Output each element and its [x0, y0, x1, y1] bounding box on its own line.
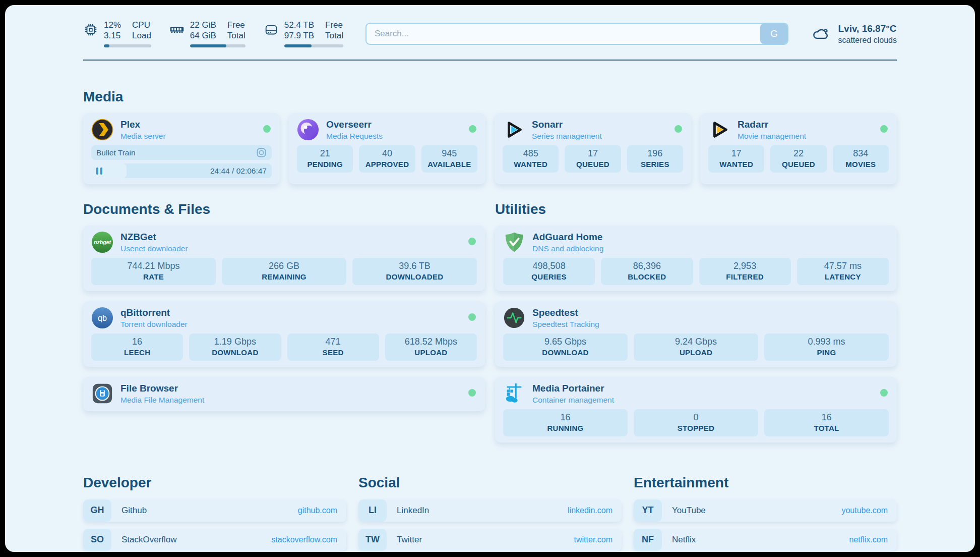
link-github[interactable]: GH Github github.com — [83, 499, 346, 522]
svg-text:qb: qb — [98, 313, 107, 322]
card-title: AdGuard Home — [532, 232, 603, 243]
header-divider — [83, 60, 897, 61]
status-online-dot — [468, 238, 476, 245]
now-playing-progress-row: 24:44 / 02:06:47 — [91, 163, 272, 178]
status-online-dot — [468, 313, 476, 321]
card-nzbget[interactable]: nzbget NZBGet Usenet downloader 744.21 M… — [83, 226, 485, 291]
card-subtitle: Media File Management — [120, 396, 204, 405]
media-grid: Plex Media server Bullet Train — [83, 113, 897, 184]
stat-download: 1.19 Gbps DOWNLOAD — [189, 333, 281, 361]
search-input[interactable] — [365, 23, 789, 45]
card-subtitle: Torrent downloader — [120, 320, 188, 329]
section-title-entertainment: Entertainment — [634, 475, 897, 491]
card-media-portainer[interactable]: Media Portainer Container management 16 … — [495, 377, 897, 442]
stat-movies: 834 MOVIES — [833, 145, 889, 173]
card-speedtest[interactable]: Speedtest Speedtest Tracking 9.65 Gbps D… — [495, 301, 897, 367]
card-stats: 9.65 Gbps DOWNLOAD 9.24 Gbps UPLOAD 0.99… — [503, 333, 889, 361]
link-name: Github — [121, 506, 147, 516]
card-radarr[interactable]: Radarr Movie management 17 WANTED 22 QUE… — [700, 113, 897, 184]
card-subtitle: Media Requests — [326, 132, 383, 141]
stat-filtered: 2,953 FILTERED — [699, 258, 791, 285]
card-title: Sonarr — [532, 119, 602, 130]
stat-remaining: 266 GB REMAINING — [222, 258, 346, 285]
stat-available: 945 AVAILABLE — [421, 145, 477, 173]
now-playing-title: Bullet Train — [96, 148, 136, 157]
card-filebrowser[interactable]: File Browser Media File Management — [83, 377, 485, 411]
qbittorrent-icon: qb — [91, 307, 113, 329]
card-title: qBittorrent — [120, 307, 188, 318]
radarr-icon — [708, 119, 730, 141]
ram-icon — [169, 20, 185, 37]
filebrowser-icon — [91, 382, 113, 405]
section-entertainment: Entertainment YT YouTube youtube.com NF … — [634, 475, 897, 552]
section-title-documents: Documents & Files — [83, 201, 485, 217]
status-online-dot — [675, 125, 682, 133]
stat-wanted: 485 WANTED — [503, 145, 559, 173]
section-social: Social LI LinkedIn linkedin.com TW Twitt… — [358, 475, 622, 552]
disk-free-label: Free — [325, 20, 343, 30]
section-media: Media Plex Media server — [83, 89, 897, 184]
card-plex[interactable]: Plex Media server Bullet Train — [83, 113, 280, 184]
nzbget-icon: nzbget — [91, 231, 113, 253]
stat-download: 9.65 Gbps DOWNLOAD — [503, 333, 628, 361]
card-stats: 16 RUNNING 0 STOPPED 16 TOTAL — [503, 409, 889, 436]
card-qbittorrent[interactable]: qb qBittorrent Torrent downloader 16 LEE… — [83, 301, 485, 367]
link-name: YouTube — [672, 506, 706, 516]
sonarr-icon — [503, 119, 525, 141]
stat-wanted: 17 WANTED — [708, 145, 764, 173]
disk-total-value: 97.9 TB — [284, 31, 314, 41]
main-content: Media Plex Media server — [5, 89, 975, 552]
stat-latency: 47.57 ms LATENCY — [797, 258, 889, 285]
now-playing-title-row: Bullet Train — [91, 145, 272, 160]
link-url: youtube.com — [841, 506, 888, 515]
ram-progress-bar — [190, 44, 246, 47]
section-title-social: Social — [358, 475, 622, 491]
link-twitter[interactable]: TW Twitter twitter.com — [358, 529, 622, 551]
link-name: LinkedIn — [397, 506, 429, 516]
overseerr-icon — [297, 119, 319, 141]
card-stats: 485 WANTED 17 QUEUED 196 SERIES — [503, 145, 683, 173]
link-url: stackoverflow.com — [271, 535, 337, 544]
status-online-dot — [880, 125, 888, 133]
stat-seed: 471 SEED — [287, 333, 379, 361]
card-adguard-home[interactable]: AdGuard Home DNS and adblocking 498,508 … — [495, 226, 897, 291]
ram-progress-fill — [190, 44, 227, 47]
link-netflix[interactable]: NF Netflix netflix.com — [634, 529, 897, 551]
link-stackoverflow[interactable]: SO StackOverflow stackoverflow.com — [83, 529, 346, 551]
card-subtitle: Usenet downloader — [120, 244, 188, 253]
ram-total-label: Total — [227, 31, 246, 41]
card-subtitle: Speedtest Tracking — [532, 320, 599, 329]
link-name: Twitter — [397, 535, 422, 545]
section-developer: Developer GH Github github.com SO StackO… — [83, 475, 346, 552]
section-title-media: Media — [83, 89, 897, 105]
card-stats: 498,508 QUERIES 86,396 BLOCKED 2,953 FIL… — [503, 258, 889, 285]
plex-icon — [91, 119, 113, 141]
stat-total: 16 TOTAL — [764, 409, 889, 436]
link-badge: SO — [83, 529, 111, 551]
link-badge: TW — [358, 529, 387, 551]
disk-icon — [264, 20, 279, 37]
card-title: File Browser — [120, 383, 204, 394]
stat-running: 16 RUNNING — [503, 409, 628, 436]
ram-free-value: 22 GiB — [190, 20, 216, 30]
cpu-usage-value: 12% — [104, 20, 121, 30]
session-icon[interactable] — [256, 147, 267, 158]
stat-queries: 498,508 QUERIES — [503, 258, 595, 285]
status-online-dot — [880, 389, 888, 397]
stat-stopped: 0 STOPPED — [634, 409, 758, 436]
adguard-icon — [503, 231, 525, 253]
card-title: Radarr — [738, 119, 806, 130]
stat-upload: 9.24 Gbps UPLOAD — [634, 333, 758, 361]
weather-condition: scattered clouds — [838, 36, 897, 45]
card-sonarr[interactable]: Sonarr Series management 485 WANTED 17 Q… — [495, 113, 691, 184]
link-linkedin[interactable]: LI LinkedIn linkedin.com — [358, 499, 622, 522]
dashboard-page: 12% CPU 3.15 Load — [5, 5, 975, 552]
search-engine-button[interactable]: G — [760, 24, 787, 44]
cpu-progress-fill — [104, 44, 109, 47]
bookmarks-grid: Developer GH Github github.com SO StackO… — [83, 475, 897, 552]
link-youtube[interactable]: YT YouTube youtube.com — [634, 499, 897, 522]
stat-queued: 17 QUEUED — [565, 145, 621, 173]
card-overseerr[interactable]: Overseerr Media Requests 21 PENDING 40 A… — [289, 113, 485, 184]
card-subtitle: Series management — [532, 132, 602, 141]
link-badge: LI — [358, 499, 387, 522]
